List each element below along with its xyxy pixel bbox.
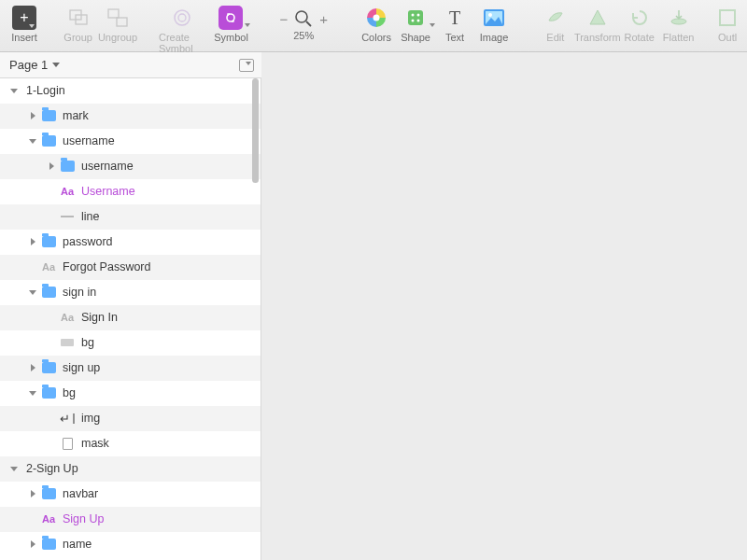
svg-point-8	[374, 15, 380, 21]
transform-icon	[585, 6, 610, 30]
disclosure-triangle[interactable]	[28, 287, 37, 297]
mask-layer-icon	[63, 438, 73, 450]
folder-icon	[42, 387, 56, 399]
layer-name: 1-Login	[26, 84, 65, 97]
svg-point-4	[175, 10, 190, 25]
scrollbar-thumb[interactable]	[252, 78, 259, 183]
artboard-row[interactable]: 2-Sign Up	[0, 456, 261, 482]
outline-button[interactable]: Outl	[713, 4, 741, 43]
colors-button[interactable]: Colors	[358, 4, 395, 43]
layer-row[interactable]: username	[0, 129, 261, 154]
svg-rect-18	[720, 10, 735, 25]
image-button[interactable]: Image	[475, 4, 513, 43]
layer-row[interactable]: AaSign Up	[0, 507, 261, 532]
symbol-button[interactable]: Symbol	[212, 4, 249, 43]
layer-row[interactable]: AaSign In	[0, 305, 261, 330]
layer-row[interactable]: AaForgot Password	[0, 255, 261, 280]
layer-row[interactable]: password	[0, 230, 261, 255]
layer-name: bg	[63, 386, 76, 399]
layer-row[interactable]: ↵img	[0, 406, 261, 431]
disclosure-triangle[interactable]	[47, 161, 56, 171]
layer-name: username	[81, 160, 134, 173]
svg-point-5	[296, 11, 307, 22]
layer-name: bg	[81, 336, 94, 349]
folder-icon	[42, 110, 56, 121]
text-button[interactable]: T Text	[436, 4, 473, 43]
svg-point-11	[417, 14, 420, 17]
svg-rect-3	[117, 18, 127, 26]
enter-arrow-icon: ↵	[60, 412, 70, 426]
rectangle-layer-icon	[61, 339, 74, 346]
zoom-out-icon[interactable]: −	[277, 11, 291, 27]
svg-point-16	[488, 13, 492, 17]
disclosure-triangle[interactable]	[9, 464, 19, 473]
layer-row[interactable]: username	[0, 154, 261, 179]
create-symbol-button[interactable]: Create Symbol	[153, 4, 211, 54]
disclosure-triangle[interactable]	[28, 237, 37, 246]
text-layer-icon: Aa	[61, 186, 74, 197]
layer-row[interactable]: line	[0, 204, 261, 230]
layer-row[interactable]: name	[0, 532, 261, 557]
folder-icon	[61, 161, 75, 172]
layer-row[interactable]: bg	[0, 381, 261, 406]
layer-name: img	[81, 412, 100, 425]
svg-point-13	[417, 20, 420, 22]
flatten-button[interactable]: Flatten	[660, 4, 698, 43]
layer-row[interactable]: navbar	[0, 482, 261, 507]
disclosure-triangle[interactable]	[28, 136, 37, 146]
text-layer-icon: Aa	[42, 513, 55, 525]
rotate-button[interactable]: Rotate	[621, 4, 658, 43]
shape-icon	[403, 6, 428, 30]
workspace: Page 1 1-LoginmarkusernameusernameAaUser…	[0, 52, 747, 560]
pages-panel-icon[interactable]	[239, 59, 254, 72]
zoom-in-icon[interactable]: +	[317, 11, 331, 27]
shape-button[interactable]: Shape	[397, 4, 434, 43]
svg-point-10	[412, 14, 415, 17]
page-selector[interactable]: Page 1	[0, 52, 261, 78]
text-layer-icon: Aa	[42, 261, 55, 273]
group-button[interactable]: Group	[60, 4, 97, 43]
outline-icon	[715, 6, 740, 30]
disclosure-triangle[interactable]	[28, 111, 37, 120]
layer-row[interactable]: mark	[0, 104, 261, 129]
ungroup-button[interactable]: Ungroup	[99, 4, 137, 43]
folder-icon	[42, 287, 56, 298]
create-symbol-icon	[170, 6, 194, 30]
folder-icon	[42, 236, 56, 247]
svg-rect-2	[108, 9, 119, 18]
disclosure-triangle[interactable]	[28, 539, 37, 549]
disclosure-triangle[interactable]	[28, 489, 37, 498]
text-icon: T	[443, 6, 467, 30]
folder-icon	[42, 539, 56, 550]
svg-point-12	[412, 20, 415, 22]
image-layer-icon	[73, 413, 75, 424]
disclosure-triangle[interactable]	[28, 363, 37, 372]
edit-icon	[543, 6, 568, 30]
layer-row[interactable]: sign up	[0, 356, 261, 381]
insert-icon: +	[12, 6, 36, 30]
layer-row[interactable]: mask	[0, 431, 261, 456]
folder-icon	[42, 488, 56, 499]
layer-list[interactable]: 1-LoginmarkusernameusernameAaUsernamelin…	[0, 78, 261, 560]
layer-row[interactable]: bg	[0, 330, 261, 356]
disclosure-triangle[interactable]	[28, 388, 37, 398]
group-icon	[66, 6, 91, 30]
text-layer-icon: Aa	[61, 312, 74, 323]
layer-row[interactable]: AaUsername	[0, 179, 261, 204]
svg-line-6	[306, 21, 311, 26]
insert-button[interactable]: + Insert	[6, 4, 43, 43]
layer-name: mark	[63, 109, 89, 122]
main-toolbar: + Insert Group Ungroup Create Symbol Sym…	[0, 0, 747, 52]
canvas[interactable]	[261, 52, 747, 560]
transform-button[interactable]: Transform	[576, 4, 619, 43]
image-icon	[482, 6, 506, 30]
layer-row[interactable]: sign in	[0, 280, 261, 305]
edit-button[interactable]: Edit	[537, 4, 574, 43]
layer-name: Forgot Password	[63, 260, 150, 273]
zoom-control[interactable]: − + 25%	[274, 4, 333, 41]
artboard-row[interactable]: 1-Login	[0, 78, 261, 104]
colors-icon	[364, 6, 388, 30]
layer-name: sign up	[63, 361, 100, 374]
layer-name: Username	[81, 185, 135, 198]
disclosure-triangle[interactable]	[9, 86, 19, 95]
